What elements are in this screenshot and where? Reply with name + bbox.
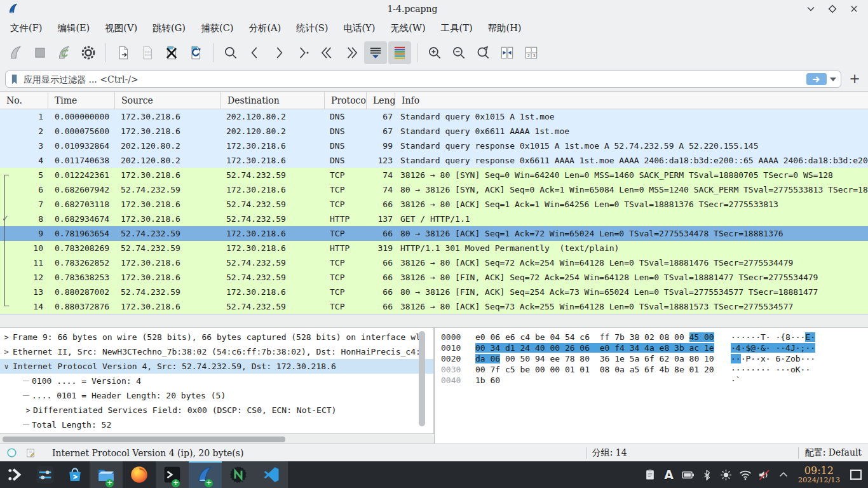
packet-row-14[interactable]: 140.880372876172.30.218.652.74.232.59TCP…	[0, 299, 868, 314]
konsole-task-button[interactable]: +	[156, 461, 189, 488]
close-file-button[interactable]	[160, 41, 183, 64]
collapsed-arrow-icon[interactable]: >	[23, 406, 33, 415]
keyboard-layout-tray-button[interactable]: A	[660, 461, 679, 488]
detail-line-0[interactable]: >Frame 9: 66 bytes on wire (528 bits), 6…	[0, 330, 433, 344]
pane-splitter[interactable]	[0, 315, 868, 327]
menu-tools[interactable]: 工具(T)	[433, 20, 480, 37]
expanded-arrow-icon[interactable]: ∨	[0, 362, 13, 371]
capture-options-button[interactable]	[77, 41, 100, 64]
detail-line-3[interactable]: 0100 .... = Version: 4	[0, 374, 433, 388]
packet-row-2[interactable]: 20.000075600172.30.218.6202.120.80.2DNS6…	[0, 124, 868, 139]
bluetooth-tray-button[interactable]	[698, 461, 717, 488]
detail-line-2[interactable]: ∨Internet Protocol Version 4, Src: 52.74…	[0, 359, 433, 374]
network-wifi-tray-button[interactable]	[736, 461, 755, 488]
hex-row-0000[interactable]: 0000e0 06 e6 c4 be 04 54 c6 ff 7b 38 02 …	[441, 332, 868, 343]
column-header-source[interactable]: Source	[115, 92, 221, 109]
detail-line-6[interactable]: Total Length: 52	[0, 417, 433, 432]
clock[interactable]: 09:12 2024/12/13	[798, 466, 840, 484]
packet-row-11[interactable]: 110.783262852172.30.218.652.74.232.59TCP…	[0, 255, 868, 270]
open-file-button[interactable]	[112, 41, 135, 64]
find-packet-button[interactable]	[219, 41, 242, 64]
packet-row-3[interactable]: 30.010932864202.120.80.2172.30.218.6DNS9…	[0, 139, 868, 153]
go-last-button[interactable]	[340, 41, 363, 64]
menu-capture[interactable]: 捕获(C)	[193, 20, 241, 37]
packet-row-12[interactable]: 120.783638253172.30.218.652.74.232.59TCP…	[0, 270, 868, 285]
hex-row-0030[interactable]: 003000 7f c5 be 00 00 01 01 08 0a a5 6f …	[441, 365, 868, 376]
packet-row-5[interactable]: 50.012242361172.30.218.652.74.232.59TCP7…	[0, 168, 868, 182]
show-desktop-button[interactable]	[850, 470, 862, 480]
zoom-out-button[interactable]	[447, 41, 470, 64]
add-filter-button[interactable]: +	[846, 71, 863, 88]
restart-capture-button[interactable]	[53, 41, 76, 64]
capture-comment-button[interactable]	[23, 446, 38, 460]
maximize-button[interactable]	[826, 3, 839, 15]
column-header-info[interactable]: Info	[395, 92, 868, 109]
column-header-time[interactable]: Time	[48, 92, 115, 109]
packet-row-7[interactable]: 70.682703118172.30.218.652.74.232.59TCP6…	[0, 197, 868, 212]
brightness-tray-button[interactable]	[717, 461, 736, 488]
go-to-packet-button[interactable]	[292, 41, 315, 64]
hex-row-0040[interactable]: 00401b 60·`	[441, 376, 868, 386]
wireshark-task-button[interactable]: +	[189, 461, 222, 488]
apply-filter-button[interactable]	[806, 73, 827, 85]
column-header-destination[interactable]: Destination	[221, 92, 325, 109]
packet-row-1[interactable]: 10.000000000172.30.218.6202.120.80.2DNS6…	[0, 109, 868, 124]
file-manager-task-button[interactable]: +	[90, 461, 123, 488]
column-header-protocol[interactable]: Protocol	[325, 92, 367, 109]
vscode-task-button[interactable]	[255, 461, 288, 488]
hex-row-0020[interactable]: 0020da 06 00 50 94 ee 78 80 36 1e 5a 6f …	[441, 354, 868, 365]
minimize-button[interactable]	[804, 3, 817, 15]
packet-row-4[interactable]: 40.011740638202.120.80.2172.30.218.6DNS1…	[0, 153, 868, 168]
menu-file[interactable]: 文件(F)	[3, 20, 50, 37]
system-settings-button[interactable]	[30, 461, 60, 488]
go-forward-button[interactable]	[268, 41, 290, 64]
zoom-reset-button[interactable]	[471, 41, 494, 64]
menu-go[interactable]: 跳转(G)	[145, 20, 193, 37]
column-header-length[interactable]: Length	[367, 92, 395, 109]
tray-expand-tray-button[interactable]	[774, 461, 793, 488]
menu-help[interactable]: 帮助(H)	[480, 20, 529, 37]
menu-analyze[interactable]: 分析(A)	[241, 20, 288, 37]
packet-row-8[interactable]: 80.682934674172.30.218.652.74.232.59HTTP…	[0, 212, 868, 226]
start-capture-button[interactable]	[4, 41, 27, 64]
filter-dropdown-caret[interactable]	[828, 74, 838, 85]
packet-row-6[interactable]: 60.68260794252.74.232.59172.30.218.6TCP7…	[0, 182, 868, 197]
auto-scroll-button[interactable]	[364, 41, 387, 64]
close-button[interactable]	[848, 3, 860, 15]
packet-row-9[interactable]: 90.78196365452.74.232.59172.30.218.6TCP6…	[0, 226, 868, 241]
packet-row-10[interactable]: 100.78320826952.74.232.59172.30.218.6HTT…	[0, 241, 868, 255]
colorize-button[interactable]	[388, 41, 411, 64]
detail-line-4[interactable]: .... 0101 = Header Length: 20 bytes (5)	[0, 388, 433, 403]
discover-button[interactable]	[60, 461, 90, 488]
zoom-in-button[interactable]	[423, 41, 446, 64]
details-horizontal-scrollbar[interactable]	[0, 435, 434, 444]
neovim-task-button[interactable]	[222, 461, 255, 488]
reload-file-button[interactable]	[184, 41, 207, 64]
menu-edit[interactable]: 编辑(E)	[50, 20, 97, 37]
clipboard-tray-button[interactable]	[641, 461, 660, 488]
firefox-task-button[interactable]	[123, 461, 156, 488]
profile-status[interactable]: 配置: Default	[799, 447, 868, 459]
app-launcher-button[interactable]	[0, 461, 30, 488]
packet-row-13[interactable]: 130.88028700252.74.232.59172.30.218.6TCP…	[0, 285, 868, 299]
layout-button[interactable]: 123	[520, 41, 543, 64]
go-back-button[interactable]	[243, 41, 266, 64]
details-vertical-scrollbar[interactable]	[419, 331, 425, 430]
display-filter-input[interactable]	[21, 74, 806, 85]
menu-wireless[interactable]: 无线(W)	[383, 20, 433, 37]
menu-statistics[interactable]: 统计(S)	[288, 20, 336, 37]
stop-capture-button[interactable]	[29, 41, 51, 64]
battery-tray-button[interactable]	[679, 461, 698, 488]
collapsed-arrow-icon[interactable]: >	[0, 348, 13, 356]
go-first-button[interactable]	[316, 41, 339, 64]
filter-bookmark-button[interactable]	[8, 73, 21, 86]
volume-muted-tray-button[interactable]	[755, 461, 774, 488]
menu-telephony[interactable]: 电话(Y)	[336, 20, 383, 37]
hex-row-0010[interactable]: 001000 34 d1 24 40 00 26 06 e0 f4 34 4a …	[441, 343, 868, 354]
expert-info-button[interactable]	[4, 446, 19, 460]
save-file-button[interactable]: 01010110	[136, 41, 159, 64]
detail-line-1[interactable]: >Ethernet II, Src: NewH3CTechno_7b:38:02…	[0, 344, 433, 359]
column-header-no[interactable]: No.	[0, 92, 48, 109]
resize-columns-button[interactable]	[496, 41, 519, 64]
collapsed-arrow-icon[interactable]: >	[0, 333, 13, 342]
